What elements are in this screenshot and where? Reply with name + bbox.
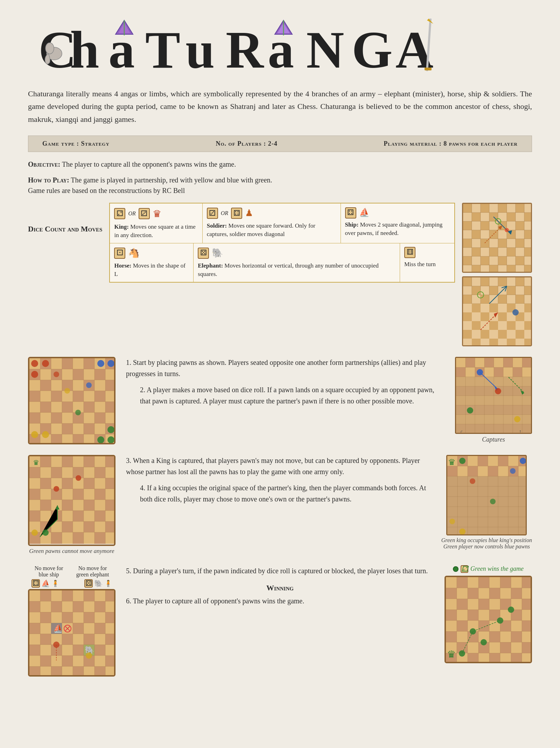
- svg-rect-178: [84, 369, 94, 380]
- svg-rect-271: [503, 367, 513, 377]
- svg-rect-99: [524, 277, 532, 286]
- svg-rect-208: [62, 413, 73, 423]
- svg-point-2: [46, 43, 54, 54]
- svg-rect-269: [484, 367, 494, 377]
- svg-rect-348: [84, 511, 94, 521]
- svg-rect-217: [73, 423, 84, 434]
- svg-rect-273: [522, 367, 532, 377]
- svg-rect-562: [522, 631, 532, 642]
- svg-rect-44: [524, 221, 532, 230]
- svg-rect-143: [516, 321, 524, 330]
- svg-rect-317: [94, 467, 105, 478]
- svg-point-249: [97, 360, 104, 367]
- svg-rect-534: [478, 599, 489, 610]
- svg-rect-267: [465, 367, 475, 377]
- svg-rect-114: [516, 295, 524, 304]
- svg-rect-529: [511, 588, 522, 599]
- svg-rect-391: [478, 456, 488, 466]
- svg-rect-191: [51, 391, 62, 402]
- svg-rect-434: [105, 590, 115, 601]
- svg-rect-570: [522, 642, 532, 653]
- svg-point-386: [54, 486, 59, 492]
- blocked-board: ⛵ 🐘: [28, 589, 115, 677]
- svg-rect-80: [489, 265, 498, 273]
- svg-rect-266: [456, 367, 465, 377]
- svg-rect-216: [62, 423, 73, 434]
- svg-rect-39: [481, 221, 489, 230]
- svg-rect-193: [73, 391, 84, 402]
- svg-rect-305: [51, 456, 62, 467]
- svg-text:↑: ↑: [519, 429, 522, 434]
- svg-rect-540: [457, 610, 468, 621]
- svg-rect-45: [463, 230, 472, 239]
- miss-desc: Miss the turn: [404, 260, 450, 269]
- svg-point-256: [75, 410, 81, 415]
- winning-section: Winning 6. The player to capture all of …: [126, 583, 434, 607]
- svg-rect-475: [29, 656, 40, 666]
- svg-rect-463: [73, 634, 84, 645]
- svg-point-383: [42, 529, 49, 536]
- initial-placement-board: [28, 357, 115, 444]
- svg-rect-485: [51, 666, 62, 677]
- svg-rect-265: [522, 358, 532, 367]
- svg-rect-200: [62, 402, 73, 413]
- svg-rect-112: [498, 295, 507, 304]
- svg-rect-182: [40, 380, 51, 391]
- dice-row-1: OR ♛ King: Moves one square at a time in…: [110, 203, 454, 243]
- svg-rect-318: [105, 467, 115, 478]
- svg-rect-33: [498, 213, 507, 221]
- svg-rect-212: [105, 413, 115, 423]
- svg-rect-569: [511, 642, 522, 653]
- svg-rect-263: [503, 358, 513, 367]
- svg-rect-484: [40, 666, 51, 677]
- center-col-1: 1. Start by placing pawns as shown. Play…: [126, 357, 444, 407]
- svg-rect-466: [105, 634, 115, 645]
- svg-rect-468: [40, 645, 51, 656]
- svg-rect-400: [488, 466, 498, 476]
- winning-label: Winning: [126, 583, 434, 593]
- svg-rect-68: [524, 248, 532, 256]
- content-row-2: ♛ Green pawns cannot move anymore 3. Whe…: [28, 455, 532, 555]
- svg-rect-342: [105, 500, 115, 511]
- svg-rect-548: [457, 621, 468, 631]
- step-5-text: 5. During a player's turn, if the pawn i…: [126, 565, 434, 576]
- svg-rect-46: [472, 230, 481, 239]
- svg-rect-349: [94, 511, 105, 521]
- svg-rect-136: [524, 312, 532, 321]
- svg-rect-440: [84, 601, 94, 612]
- svg-rect-444: [40, 612, 51, 623]
- svg-rect-154: [472, 339, 481, 346]
- soldier-cell: OR ♟ Soldier: Moves one square forward. …: [203, 203, 341, 243]
- svg-rect-125: [498, 304, 507, 312]
- svg-rect-578: [522, 653, 532, 663]
- svg-rect-486: [62, 666, 73, 677]
- svg-rect-541: [468, 610, 478, 621]
- svg-text:u: u: [186, 21, 215, 73]
- svg-rect-428: [40, 590, 51, 601]
- svg-text:♛: ♛: [447, 649, 456, 660]
- svg-rect-53: [463, 239, 472, 248]
- svg-rect-82: [507, 265, 516, 273]
- svg-point-162: [512, 309, 519, 316]
- svg-rect-198: [40, 402, 51, 413]
- svg-rect-276: [456, 396, 532, 405]
- svg-rect-270: [494, 367, 503, 377]
- svg-rect-103: [489, 286, 498, 295]
- svg-rect-204: [105, 402, 115, 413]
- svg-point-422: [470, 478, 475, 484]
- svg-rect-355: [73, 521, 84, 532]
- svg-rect-215: [51, 423, 62, 434]
- svg-rect-459: [29, 634, 40, 645]
- svg-rect-490: [105, 666, 115, 677]
- svg-rect-339: [73, 500, 84, 511]
- svg-rect-92: [463, 277, 472, 286]
- svg-rect-183: [51, 380, 62, 391]
- svg-rect-133: [498, 312, 507, 321]
- svg-rect-527: [489, 588, 500, 599]
- right-col-2: ♛ Green king occupies blue king's positi…: [441, 455, 532, 550]
- svg-text:G: G: [352, 21, 393, 73]
- svg-rect-28: [524, 204, 532, 213]
- svg-rect-205: [29, 413, 40, 423]
- win-die: [461, 565, 468, 573]
- svg-rect-431: [73, 590, 84, 601]
